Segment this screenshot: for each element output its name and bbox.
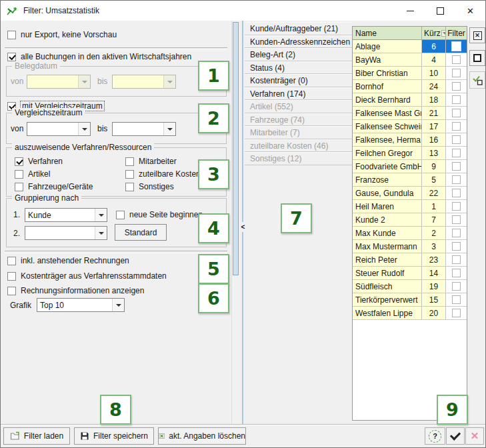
category-status[interactable]: Status (4) [245, 61, 352, 75]
cell-filter[interactable] [446, 93, 467, 107]
filter-checkbox[interactable] [452, 95, 461, 104]
filter-checkbox[interactable] [452, 55, 461, 64]
cell-name[interactable]: Ablage [353, 40, 422, 53]
cell-kuerz[interactable]: 1 [422, 200, 446, 213]
close-button[interactable]: ✕ [455, 1, 485, 21]
filter-checkbox[interactable] [452, 69, 461, 77]
table-row[interactable]: Max Mustermann 3 [353, 240, 467, 253]
chevron-down-icon[interactable] [95, 209, 107, 221]
cell-kuerz[interactable]: 18 [422, 93, 446, 107]
filter-checkbox[interactable] [452, 295, 461, 304]
table-row[interactable]: Foodvariete GmbH 9 [353, 160, 467, 173]
cell-filter[interactable] [446, 293, 467, 307]
cell-name[interactable]: Falkensee, Herma [353, 133, 422, 147]
filter-checkbox[interactable] [452, 135, 461, 144]
checkbox-zuteilbare-kosten[interactable]: zuteilbare Kosten [125, 169, 201, 179]
cell-filter[interactable] [446, 240, 467, 253]
cell-kuerz[interactable]: 4 [422, 53, 446, 67]
checkbox-box[interactable] [15, 183, 23, 191]
table-row[interactable]: Feilchen Gregor 13 [353, 147, 467, 160]
table-row[interactable]: Reich Peter 23 [353, 253, 467, 267]
checkbox-box[interactable] [116, 211, 125, 219]
cell-name[interactable]: Gause, Gundula [353, 187, 422, 200]
cell-kuerz[interactable]: 16 [422, 133, 446, 147]
cell-kuerz[interactable]: 23 [422, 253, 446, 267]
category-verfahren[interactable]: Verfahren (174) [245, 87, 352, 101]
cell-filter[interactable] [446, 53, 467, 67]
cell-filter[interactable] [446, 213, 467, 227]
table-row[interactable]: Falkensee, Herma 16 [353, 133, 467, 147]
filter-checkbox[interactable] [451, 41, 461, 51]
table-row[interactable]: Heil Maren 1 [353, 200, 467, 213]
cell-name[interactable]: Feilchen Gregor [353, 147, 422, 160]
checkbox-box[interactable] [15, 157, 23, 166]
filter-checkbox[interactable] [452, 282, 461, 291]
left-panel-scrollbar[interactable] [231, 21, 240, 424]
table-row[interactable]: Max Kunde 2 [353, 227, 467, 240]
filter-checkbox[interactable] [452, 202, 461, 211]
cell-name[interactable]: Steuer Rudolf [353, 267, 422, 280]
cell-filter[interactable] [446, 200, 467, 213]
chevron-down-icon[interactable] [112, 299, 124, 311]
cell-kuerz[interactable]: 5 [422, 173, 446, 187]
cell-kuerz[interactable]: 20 [422, 307, 446, 320]
cell-name[interactable]: BayWa [353, 53, 422, 67]
scrollbar-thumb[interactable] [233, 22, 239, 275]
cell-name[interactable]: Biber Christian [353, 67, 422, 80]
chevron-down-icon[interactable] [163, 75, 175, 88]
toggle-check-button[interactable] [469, 71, 485, 89]
table-row[interactable]: Tierkörperverwert 15 [353, 293, 467, 307]
cell-filter[interactable] [446, 147, 467, 160]
checkbox-kostentraeger[interactable]: Kostenträger aus Verfahrensstammdaten [7, 271, 167, 281]
filter-checkbox[interactable] [452, 309, 461, 317]
filter-checkbox[interactable] [452, 189, 461, 197]
cell-filter[interactable] [446, 267, 467, 280]
chevron-down-icon[interactable] [78, 123, 90, 135]
filter-speichern-button[interactable]: Filter speichern [74, 427, 154, 445]
checkbox-sonstiges[interactable]: Sonstiges [125, 181, 174, 192]
table-row[interactable]: Kunde 2 7 [353, 213, 467, 227]
cell-kuerz[interactable]: 10 [422, 67, 446, 80]
checkbox-box[interactable] [15, 170, 23, 179]
cell-name[interactable]: Dieck Bernhard [353, 93, 422, 107]
filter-checkbox[interactable] [452, 215, 461, 224]
checkbox-rechnungsinfo[interactable]: Rechnungsinformationen anzeigen [7, 285, 144, 296]
standard-button[interactable]: Standard [115, 224, 167, 241]
filter-funnel-icon[interactable] [441, 30, 446, 37]
cell-filter[interactable] [446, 67, 467, 80]
close-panel-button[interactable]: ✕ [469, 27, 485, 43]
cell-kuerz[interactable]: 21 [422, 107, 446, 120]
cell-name[interactable]: Franzose [353, 173, 422, 187]
cell-name[interactable]: Max Kunde [353, 227, 422, 240]
checkbox-inkl-rechnungen[interactable]: inkl. anstehender Rechnungen [7, 255, 129, 266]
filter-checkbox[interactable] [452, 175, 461, 184]
cell-filter[interactable] [446, 40, 467, 53]
table-row[interactable]: Westfalen Lippe 20 [353, 307, 467, 320]
cell-kuerz[interactable]: 3 [422, 240, 446, 253]
cell-name[interactable]: Tierkörperverwert [353, 293, 422, 307]
filter-checkbox[interactable] [452, 149, 461, 157]
cell-name[interactable]: Falkensee Schwein [353, 120, 422, 133]
column-header-filter[interactable]: Filter [446, 27, 467, 40]
ok-button[interactable] [446, 427, 465, 445]
cell-filter[interactable] [446, 173, 467, 187]
filter-checkbox[interactable] [452, 109, 461, 117]
cell-name[interactable]: Reich Peter [353, 253, 422, 267]
checkbox-box[interactable] [7, 272, 16, 281]
category-kunde-auftraggeber[interactable]: Kunde/Auftraggeber (21) [245, 22, 352, 35]
checkbox-artikel[interactable]: Artikel [15, 169, 50, 179]
filter-checkbox[interactable] [452, 122, 461, 131]
table-row[interactable]: Gause, Gundula 22 [353, 187, 467, 200]
cell-name[interactable]: Falkensee Mast Gr [353, 107, 422, 120]
cell-filter[interactable] [446, 187, 467, 200]
cell-kuerz[interactable]: 9 [422, 160, 446, 173]
vergleich-von-combo[interactable] [27, 122, 91, 136]
checkbox-box[interactable] [7, 257, 16, 265]
filter-checkbox[interactable] [452, 269, 461, 277]
cell-name[interactable]: Heil Maren [353, 200, 422, 213]
cell-kuerz[interactable]: 14 [422, 267, 446, 280]
angaben-loeschen-button[interactable]: akt. Angaben löschen [158, 427, 246, 445]
cell-name[interactable]: Westfalen Lippe [353, 307, 422, 320]
cell-filter[interactable] [446, 307, 467, 320]
checkbox-box[interactable] [125, 170, 134, 179]
